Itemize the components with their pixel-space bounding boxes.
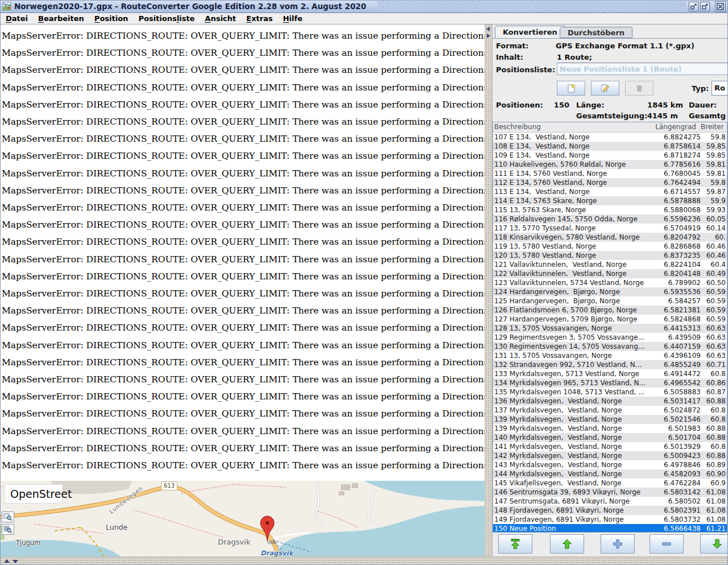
table-row[interactable]: 117 13, 5770 Tyssedal, Norge6.570491960.…	[493, 224, 727, 233]
delete-position-button[interactable]	[650, 534, 684, 554]
table-row[interactable]: 147 Sentrumsgata, 6891 Vikøyri, Norge6.5…	[493, 497, 727, 506]
collapse-right-icon[interactable]	[487, 34, 490, 38]
table-row[interactable]: 115 13, 5763 Skare, Norge6.588006859.93	[493, 205, 727, 215]
table-row[interactable]: 127 Hardangervegen, 5709 Bjørgo, Norge6.…	[493, 315, 727, 324]
new-positionlist-button[interactable]	[557, 81, 585, 96]
delete-positionlist-button[interactable]	[625, 81, 653, 96]
title-bar: Norwegen2020-17.gpx - RouteConverter Goo…	[0, 0, 728, 13]
tab-durchstoebern[interactable]: Durchstöbern	[560, 27, 632, 38]
table-row[interactable]: 149 Fjordavegen, 6891 Vikøyri, Norge6.58…	[493, 515, 727, 524]
minimize-button[interactable]	[689, 2, 698, 11]
maximize-button[interactable]	[700, 2, 710, 11]
maps-error-line: MapsServerError: DIRECTIONS_ROUTE: OVER_…	[2, 182, 485, 199]
table-row[interactable]: 123 Vallaviktunnelen, 5734 Vestland, Nor…	[493, 278, 727, 287]
table-row[interactable]: 129 Regimentsvegen 3, 5705 Vossavange...…	[493, 333, 727, 342]
table-row[interactable]: 121 Vallaviktunnelen, Vestland, Norge6.8…	[493, 260, 727, 269]
place-label-tjugum: Tjugum	[16, 539, 40, 547]
add-position-icon	[611, 538, 624, 550]
table-row[interactable]: 143 Myrkdalsvegen, Vestland, Norge6.4978…	[493, 460, 727, 469]
table-row[interactable]: 148 Fjordavegen, 6891 Vikøyri, Norge6.58…	[493, 506, 727, 515]
table-row[interactable]: 133 Myrkdalsvegen, 5713 Vestland, Norge6…	[493, 369, 727, 378]
maps-error-line: MapsServerError: DIRECTIONS_ROUTE: OVER_…	[2, 130, 485, 147]
table-row[interactable]: 131 13, 5705 Vossavangen, Norge6.4396109…	[493, 351, 727, 360]
maps-error-line: MapsServerError: DIRECTIONS_ROUTE: OVER_…	[2, 319, 485, 336]
tab-konvertieren[interactable]: Konvertieren	[495, 26, 565, 38]
table-row[interactable]: 146 Sentrumsgata 39, 6893 Vikøyri, Norge…	[493, 488, 727, 497]
place-label-dragsvik: Dragsvik	[218, 538, 250, 546]
laenge-value: 1845 km	[628, 101, 683, 109]
zoom-select-tool-button[interactable]	[2, 512, 14, 522]
table-row[interactable]: 111 E 134, 5760 Vestland, Norge6.7680045…	[493, 169, 727, 178]
table-row[interactable]: 110 Haukelivegen, 5760 Røldal, Norge6.77…	[493, 160, 727, 169]
maps-error-log: MapsServerError: DIRECTIONS_ROUTE: OVER_…	[0, 24, 485, 481]
vertical-split-divider[interactable]	[485, 24, 493, 556]
table-row[interactable]: 139 Myrkdalsvegen, Vestland, Norge6.5019…	[493, 424, 727, 433]
table-row[interactable]: 130 Regimentsvegen 14, 5705 Vossavang...…	[493, 342, 727, 351]
table-row[interactable]: 150 Neue Position6.566643861.21	[493, 524, 727, 533]
map-view[interactable]: OpenStreet 613 Lundevegen Lunde Tjugum D…	[0, 481, 485, 556]
horizontal-split-divider[interactable]	[0, 556, 728, 565]
column-header-breitengrad[interactable]: Breiter	[696, 122, 727, 132]
table-row[interactable]: 125 Hardangervegen, Bjørgo, Norge6.58425…	[493, 296, 727, 306]
table-row[interactable]: 116 Røldalsvegen 145, 5750 Odda, Norge6.…	[493, 215, 727, 224]
road-ref-badge: 613	[161, 481, 177, 490]
move-up-button[interactable]	[550, 534, 584, 554]
maps-error-line: MapsServerError: DIRECTIONS_ROUTE: OVER_…	[2, 268, 485, 285]
table-row[interactable]: 114 E 134, 5763 Skare, Norge6.587888859.…	[493, 196, 727, 205]
table-row[interactable]: 135 Myrkdalsvegen 1048, 5713 Vestland, .…	[493, 387, 727, 397]
table-row[interactable]: 144 Myrkdalsvegen, Vestland, Norge6.4582…	[493, 469, 727, 479]
move-down-button[interactable]	[700, 534, 728, 554]
table-row[interactable]: 134 Myrkdalsvegen 965, 5713 Vestland, N.…	[493, 378, 727, 387]
table-row[interactable]: 137 Myrkdalsvegen, Vestland, Norge6.5024…	[493, 406, 727, 415]
position-table-body: 107 E 134, Vestland, Norge6.882427559.81…	[493, 133, 727, 533]
expand-up-icon[interactable]	[4, 559, 10, 563]
zoom-list-tool-button[interactable]	[2, 524, 14, 535]
rename-positionlist-button[interactable]	[591, 81, 619, 96]
table-row[interactable]: 113 E 134, Vestland, Norge6.671455759.87	[493, 187, 727, 196]
gesamtgefaelle-label: Gesamtg	[689, 112, 726, 120]
positionsliste-input[interactable]	[557, 63, 728, 75]
table-row[interactable]: 108 E 134, Vestland, Norge6.875861459.85	[493, 142, 727, 151]
positionen-label: Positionen:	[496, 101, 543, 109]
menu-item-extras[interactable]: Extras	[242, 14, 277, 23]
move-up-icon	[561, 538, 573, 550]
column-header-beschreibung[interactable]: Beschreibung	[493, 122, 650, 132]
table-row[interactable]: 126 Flatlandsmoen 6, 5700 Bjørgo, Norge6…	[493, 306, 727, 315]
menu-bar: DateiBearbeitenPositionPositionslisteAns…	[0, 13, 728, 24]
menu-item-datei[interactable]: Datei	[1, 14, 32, 23]
table-row[interactable]: 141 Myrkdalsvegen, Vestland, Norge6.5013…	[493, 442, 727, 451]
table-row[interactable]: 122 Vallaviktunnelen, Vestland, Norge6.8…	[493, 269, 727, 278]
maps-error-line: MapsServerError: DIRECTIONS_ROUTE: OVER_…	[2, 147, 485, 164]
table-row[interactable]: 107 E 134, Vestland, Norge6.882427559.8	[493, 133, 727, 142]
expand-down-icon[interactable]	[13, 560, 18, 563]
table-row[interactable]: 112 E 134, 5760 Vestland, Norge6.7642494…	[493, 178, 727, 187]
maps-error-line: MapsServerError: DIRECTIONS_ROUTE: OVER_…	[2, 423, 485, 440]
table-row[interactable]: 109 E 134, Vestland, Norge6.871827459.85	[493, 151, 727, 160]
menu-item-ansicht[interactable]: Ansicht	[200, 14, 241, 23]
table-row[interactable]: 132 Strandavegen 992, 5710 Vestland, N..…	[493, 360, 727, 369]
menu-item-position[interactable]: Position	[90, 14, 133, 23]
menu-item-positionsliste[interactable]: Positionsliste	[134, 14, 199, 23]
table-row[interactable]: 120 13, 5780 Vestland, Norge6.837323560.…	[493, 251, 727, 260]
move-to-top-button[interactable]	[498, 534, 532, 554]
collapse-left-icon[interactable]	[486, 27, 490, 31]
typ-combobox[interactable]: Ro	[712, 81, 728, 96]
table-row[interactable]: 124 Hardangervegen, Bjørgo, Norge6.59355…	[493, 287, 727, 296]
table-row[interactable]: 136 Myrkdalsvegen, Vestland, Norge6.5031…	[493, 397, 727, 406]
new-positionlist-icon	[566, 83, 576, 93]
column-header-laengengrad[interactable]: Längengrad	[650, 122, 696, 132]
maps-error-line: MapsServerError: DIRECTIONS_ROUTE: OVER_…	[2, 405, 485, 422]
table-row[interactable]: 140 Myrkdalsvegen, Vestland, Norge6.5017…	[493, 433, 727, 442]
table-row[interactable]: 142 Myrkdalsvegen, Vestland, Norge6.5009…	[493, 451, 727, 460]
table-row[interactable]: 139 Myrkdalsvegen, Vestland, Norge6.5021…	[493, 415, 727, 424]
maps-error-line: MapsServerError: DIRECTIONS_ROUTE: OVER_…	[2, 44, 485, 61]
table-row[interactable]: 119 13, 5780 Vestland, Norge6.828686860.…	[493, 242, 727, 251]
add-position-button[interactable]	[601, 534, 635, 554]
menu-item-hilfe[interactable]: Hilfe	[278, 14, 307, 23]
maps-error-line: MapsServerError: DIRECTIONS_ROUTE: OVER_…	[2, 233, 485, 250]
table-row[interactable]: 128 13, 5705 Vossavangen, Norge6.4415313…	[493, 324, 727, 333]
table-row[interactable]: 118 Kinsarvikvegen, 5780 Vestland, Norge…	[493, 233, 727, 242]
table-row[interactable]: 145 Vikafjellsvegen, Vestland, Norge6.47…	[493, 479, 727, 488]
menu-item-bearbeiten[interactable]: Bearbeiten	[34, 14, 89, 23]
close-button[interactable]	[715, 1, 726, 12]
